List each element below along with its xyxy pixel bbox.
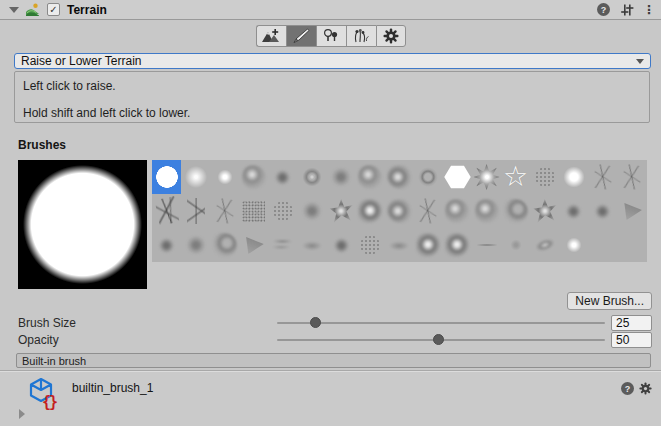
brush-thumbnail bbox=[416, 233, 440, 257]
brush-size-row: Brush Size bbox=[18, 314, 652, 331]
presets-icon[interactable] bbox=[620, 3, 634, 17]
brush-cell-swirl[interactable] bbox=[210, 228, 239, 262]
brush-cell-tri[interactable] bbox=[618, 194, 647, 228]
brush-cell-glow[interactable] bbox=[559, 160, 588, 194]
brush-thumbnail bbox=[509, 238, 523, 252]
brush-thumbnail bbox=[533, 199, 557, 223]
paint-details-button[interactable] bbox=[346, 25, 376, 47]
brush-cell-mottle[interactable] bbox=[472, 194, 501, 228]
help-icon[interactable]: ? bbox=[597, 3, 610, 16]
brush-cell-smear[interactable] bbox=[297, 228, 326, 262]
terrain-tool-dropdown[interactable]: Raise or Lower Terrain bbox=[14, 53, 651, 69]
brush-preview bbox=[18, 160, 147, 289]
brush-thumbnail bbox=[273, 168, 292, 187]
brush-cell-mottle[interactable] bbox=[443, 194, 472, 228]
brush-thumbnail bbox=[184, 165, 208, 189]
brush-thumbnail bbox=[358, 165, 382, 189]
brush-cell-soft2[interactable] bbox=[559, 228, 588, 262]
brush-cell-line[interactable] bbox=[472, 228, 501, 262]
brush-cell-blob[interactable] bbox=[297, 194, 326, 228]
brush-cell-leaf[interactable] bbox=[530, 228, 559, 262]
opacity-slider[interactable] bbox=[277, 331, 605, 348]
brush-cell-mottle[interactable] bbox=[239, 160, 268, 194]
brush-cell-blob3[interactable] bbox=[385, 194, 414, 228]
brush-thumbnail bbox=[329, 199, 353, 223]
brush-thumbnail bbox=[416, 165, 440, 189]
brush-cell-blob2[interactable] bbox=[152, 228, 181, 262]
brush-cell-ring2[interactable] bbox=[297, 160, 326, 194]
paintbrush-icon bbox=[292, 28, 310, 44]
brush-cell-blob2[interactable] bbox=[559, 194, 588, 228]
brush-asset-section: {} builtin_brush_1 ? bbox=[0, 370, 661, 426]
brush-cell-twig[interactable] bbox=[210, 194, 239, 228]
new-brush-button[interactable]: New Brush... bbox=[567, 292, 652, 310]
brush-cell-mottle[interactable] bbox=[356, 160, 385, 194]
brush-cell-swirl[interactable] bbox=[501, 194, 530, 228]
terrain-settings-button[interactable] bbox=[376, 25, 406, 47]
brush-help-icon[interactable]: ? bbox=[621, 382, 634, 395]
brush-thumbnail bbox=[564, 202, 583, 221]
brush-cell-tree[interactable] bbox=[181, 194, 210, 228]
brush-thumbnail bbox=[445, 233, 469, 257]
brush-cell-hex[interactable] bbox=[443, 160, 472, 194]
builtin-brush-bar[interactable]: Built-in brush bbox=[16, 353, 651, 368]
opacity-slider-thumb[interactable] bbox=[433, 334, 444, 345]
paint-terrain-button[interactable] bbox=[286, 25, 316, 47]
brush-gear-icon[interactable] bbox=[639, 382, 652, 395]
brush-cell-smear[interactable] bbox=[385, 228, 414, 262]
create-neighbor-terrains-button[interactable] bbox=[256, 25, 286, 47]
brush-asset-foldout-icon[interactable] bbox=[19, 409, 25, 419]
brush-thumbnail bbox=[475, 199, 499, 223]
brush-thumbnail bbox=[562, 233, 586, 257]
brush-size-slider-thumb[interactable] bbox=[310, 317, 321, 328]
more-menu-icon[interactable]: ⋮ bbox=[643, 3, 655, 17]
brush-asset-name: builtin_brush_1 bbox=[72, 381, 153, 395]
brush-cell-streak[interactable] bbox=[268, 228, 297, 262]
brush-cell-noise[interactable] bbox=[239, 194, 268, 228]
brush-cell-hard[interactable] bbox=[152, 160, 181, 194]
brush-cell-tri[interactable] bbox=[239, 228, 268, 262]
brush-cell-soft2[interactable] bbox=[210, 160, 239, 194]
grass-flowers-icon bbox=[352, 28, 370, 44]
brush-cell-soft[interactable] bbox=[181, 160, 210, 194]
brush-cell-blob2[interactable] bbox=[588, 194, 617, 228]
foldout-open-icon[interactable] bbox=[9, 7, 19, 13]
opacity-field[interactable] bbox=[611, 332, 652, 348]
brush-cell-spik[interactable] bbox=[530, 194, 559, 228]
brush-cell-twig[interactable] bbox=[414, 194, 443, 228]
gear-icon bbox=[383, 28, 399, 44]
brush-size-field[interactable] bbox=[611, 315, 652, 331]
brush-thumbnail bbox=[242, 165, 266, 189]
brush-cell-spik[interactable] bbox=[327, 194, 356, 228]
brush-thumbnail bbox=[242, 201, 265, 222]
brush-cell-starline[interactable]: ☆ bbox=[501, 160, 530, 194]
brush-cell-burst[interactable] bbox=[472, 160, 501, 194]
brush-cell-ring[interactable] bbox=[414, 160, 443, 194]
brush-cell-splat[interactable] bbox=[414, 228, 443, 262]
brush-thumbnail bbox=[187, 198, 205, 224]
brush-cell-blob3[interactable] bbox=[385, 160, 414, 194]
brush-size-slider[interactable] bbox=[277, 314, 605, 331]
brush-thumbnail bbox=[445, 199, 469, 223]
paint-trees-button[interactable] bbox=[316, 25, 346, 47]
tool-help-box: Left click to raise. Hold shift and left… bbox=[14, 71, 650, 123]
builtin-brush-bar-label: Built-in brush bbox=[22, 355, 86, 367]
brush-thumbnail bbox=[386, 237, 412, 253]
brush-cell-speck[interactable] bbox=[268, 194, 297, 228]
brush-cell-twig[interactable] bbox=[618, 160, 647, 194]
brush-thumbnail bbox=[329, 165, 353, 189]
brush-cell-blob[interactable] bbox=[181, 228, 210, 262]
brush-cell-speck[interactable] bbox=[530, 160, 559, 194]
brush-cell-dotf[interactable] bbox=[501, 228, 530, 262]
brush-cell-branch[interactable] bbox=[152, 194, 181, 228]
brush-thumbnail bbox=[621, 201, 643, 221]
enabled-checkbox[interactable]: ✓ bbox=[47, 3, 60, 16]
brush-cell-blob2[interactable] bbox=[268, 160, 297, 194]
brush-cell-splat[interactable] bbox=[443, 228, 472, 262]
brush-cell-blob[interactable] bbox=[327, 160, 356, 194]
brush-cell-splat[interactable] bbox=[356, 194, 385, 228]
brush-cell-blob2[interactable] bbox=[327, 228, 356, 262]
brush-cell-twig[interactable] bbox=[588, 160, 617, 194]
brush-cell-speck[interactable] bbox=[356, 228, 385, 262]
terrain-toolbar bbox=[0, 20, 661, 52]
